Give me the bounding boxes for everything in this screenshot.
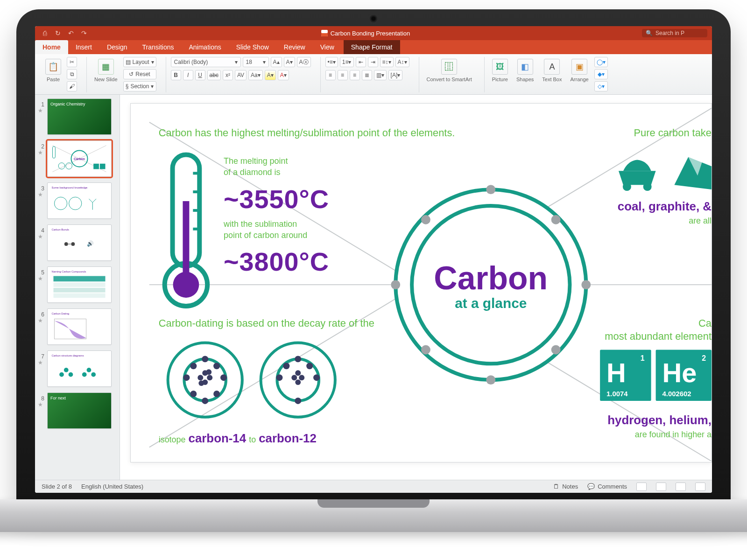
thumb-preview-selected: Carbon [47,140,112,177]
thumb-preview: Carbon structure diagrams [47,350,112,387]
font-family-select[interactable]: Calibri (Body)▾ [171,57,241,67]
thumbnail-item[interactable]: 3★ Some background knowledge [38,182,117,219]
section-button[interactable]: § Section ▾ [123,81,156,91]
shapes-button[interactable]: ◧Shapes [514,57,536,84]
tab-view[interactable]: View [313,40,342,54]
quick-styles-icon[interactable]: ◯▾ [594,57,608,67]
tab-insert[interactable]: Insert [68,40,99,54]
superscript-icon[interactable]: x² [223,70,233,80]
convert-smartart-button[interactable]: ⿲ Convert to SmartArt [424,57,475,84]
align-right-icon[interactable]: ≡ [350,70,360,80]
view-slideshow-button[interactable] [695,483,705,491]
change-case-icon[interactable]: Aa▾ [248,70,263,80]
copy-icon[interactable]: ⧉ [67,69,77,79]
thumbnail-item[interactable]: 5★ Naming Carbon Compounds [38,266,117,303]
ribbon: 📋 Paste ✂ ⧉ 🖌 ▦ New S [35,54,712,95]
columns-icon[interactable]: ▥▾ [374,70,387,80]
tab-home[interactable]: Home [35,40,68,54]
slide-thumbnail-panel[interactable]: 1★ Organic Chemistry 2★ Carbon 3★ Some b… [35,95,120,480]
thumb-number: 5 [38,266,44,276]
slide-canvas[interactable]: Carbon has the highest melting/sublimati… [130,103,712,462]
language-indicator[interactable]: English (United States) [81,483,143,490]
underline-icon[interactable]: U [195,70,205,80]
line-spacing-icon[interactable]: ≡↕▾ [380,57,394,67]
numbering-icon[interactable]: 1≡▾ [340,57,354,67]
strikethrough-icon[interactable]: abc [207,70,221,80]
isotope-line: isotope carbon-14 to carbon-12 [159,432,317,445]
thumbnail-item[interactable]: 2★ Carbon [38,140,117,177]
svg-point-58 [220,374,227,381]
indent-decrease-icon[interactable]: ⇤ [356,57,366,67]
indent-increase-icon[interactable]: ⇥ [368,57,378,67]
save-icon[interactable]: ⎙ [40,28,50,38]
tab-review[interactable]: Review [276,40,313,54]
tab-animations-label: Animations [189,43,221,51]
undo-icon[interactable]: ↶ [66,28,76,38]
highlight-icon[interactable]: A▾ [265,70,276,80]
font-size-select[interactable]: 18▾ [243,57,269,67]
align-text-icon[interactable]: [A]▾ [388,70,403,80]
picture-button[interactable]: 🖼Picture [489,57,511,84]
view-reading-button[interactable] [676,483,686,491]
search-field[interactable]: 🔍 Search in P [642,29,707,37]
shapes-icon: ◧ [517,59,533,75]
shape-fill-icon[interactable]: ◆▾ [594,69,608,79]
cut-icon[interactable]: ✂ [67,57,77,67]
svg-text:Carbon: Carbon [74,157,85,161]
thumbnail-item[interactable]: 7★ Carbon structure diagrams [38,350,117,387]
textbox-icon: A [544,59,560,75]
svg-point-70 [206,369,211,375]
paste-button[interactable]: 📋 Paste [42,57,64,84]
notes-icon: 🗒 [553,483,559,490]
format-painter-icon[interactable]: 🖌 [67,81,77,91]
animation-star-icon: ★ [38,276,44,281]
center-atom-shape[interactable]: Carbon at a glance [391,185,591,385]
new-slide-button[interactable]: ▦ New Slide [92,57,120,84]
caption-top-left: Carbon has the highest melting/sublimati… [159,127,455,139]
view-normal-button[interactable] [636,483,647,491]
bullets-icon[interactable]: •≡▾ [325,57,338,67]
align-justify-icon[interactable]: ≣ [362,70,372,80]
italic-icon[interactable]: I [183,70,193,80]
svg-point-80 [299,375,304,380]
svg-point-77 [283,363,289,369]
align-left-icon[interactable]: ≡ [325,70,336,80]
redo-icon[interactable]: ↷ [79,28,89,38]
thumbnail-item[interactable]: 1★ Organic Chemistry [38,98,117,135]
shrink-font-icon[interactable]: A▾ [284,57,295,67]
bold-icon[interactable]: B [171,70,181,80]
thumbnail-item[interactable]: 8★ For next [38,392,117,429]
font-color-icon[interactable]: A▾ [278,70,289,80]
text-direction-icon[interactable]: A↕▾ [395,57,409,67]
view-sorter-button[interactable] [656,483,666,491]
svg-point-30 [91,372,96,377]
tab-design[interactable]: Design [99,40,135,54]
comments-button[interactable]: 💬Comments [587,483,627,490]
thumbnail-item[interactable]: 6★ Carbon Dating [38,308,117,345]
tab-transitions[interactable]: Transitions [135,40,182,54]
reset-button[interactable]: ↺ Reset [123,69,156,79]
tab-slideshow[interactable]: Slide Show [229,40,276,54]
tab-shape-format[interactable]: Shape Format [344,40,400,54]
language-text: English (United States) [81,483,143,490]
layout-button[interactable]: ▤ Layout ▾ [123,57,156,67]
slide-canvas-area[interactable]: Carbon has the highest melting/sublimati… [120,95,712,480]
repeat-icon[interactable]: ↻ [53,28,63,38]
sub-label: with the sublimationpoint of carbon arou… [223,219,307,240]
tab-animations[interactable]: Animations [181,40,228,54]
element-h-tile: H 1 1.0074 [600,350,651,400]
carbon14-atom-icon [168,343,242,417]
textbox-button[interactable]: AText Box [539,57,564,84]
align-center-icon[interactable]: ≡ [338,70,348,80]
clear-format-icon[interactable]: Aⓧ [297,57,311,67]
grow-font-icon[interactable]: A▴ [271,57,282,67]
comments-icon: 💬 [587,483,595,490]
shape-outline-icon[interactable]: ◇▾ [594,81,608,91]
svg-point-59 [183,374,190,381]
notes-button[interactable]: 🗒Notes [553,483,578,490]
arrange-button[interactable]: ▣Arrange [567,57,591,84]
thumbnail-item[interactable]: 4★ Carbon Bonds🔊 [38,224,117,261]
svg-rect-18 [53,276,105,281]
slide-indicator[interactable]: Slide 2 of 8 [42,483,72,490]
char-spacing-icon[interactable]: AV [235,70,247,80]
